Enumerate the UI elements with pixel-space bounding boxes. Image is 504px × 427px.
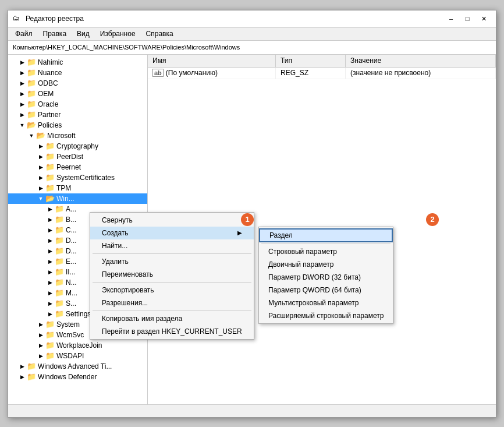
toggle-n[interactable]: ▶ <box>45 278 55 287</box>
toggle-wsdapi[interactable]: ▶ <box>36 351 45 361</box>
sub-item-dword[interactable]: Параметр DWORD (32 бита) <box>259 271 393 284</box>
toggle-m[interactable]: ▶ <box>45 288 55 298</box>
toggle-odbc[interactable]: ▶ <box>17 79 27 88</box>
folder-icon-m: 📁 <box>55 289 64 297</box>
toggle-ii[interactable]: ▶ <box>45 267 55 277</box>
folder-icon-policies: 📂 <box>27 121 36 129</box>
toggle-winadv[interactable]: ▶ <box>17 362 27 371</box>
data-header: Имя Тип Значение <box>148 55 496 68</box>
label-nahimic: Nahimic <box>38 58 63 66</box>
label-oracle: Oracle <box>38 100 58 108</box>
menu-edit[interactable]: Правка <box>38 29 72 39</box>
toggle-partner[interactable]: ▶ <box>17 110 27 119</box>
tree-item-workplacejoin[interactable]: ▶ 📁 WorkplaceJoin <box>8 340 147 351</box>
sub-item-section[interactable]: Раздел <box>259 228 393 242</box>
ctx-collapse[interactable]: Свернуть <box>90 214 254 227</box>
toggle-b[interactable]: ▶ <box>45 215 55 224</box>
ctx-create-label: Создать <box>102 229 129 237</box>
close-button[interactable]: ✕ <box>476 13 491 24</box>
ctx-copy-name[interactable]: Копировать имя раздела <box>90 312 254 325</box>
toggle-peerdist[interactable]: ▶ <box>36 152 45 161</box>
ctx-find[interactable]: Найти... <box>90 239 254 252</box>
menu-view[interactable]: Вид <box>72 29 94 39</box>
toggle-cryptography[interactable]: ▶ <box>36 142 45 151</box>
tree-item-windef[interactable]: ▶ 📁 Windows Defender <box>8 372 147 382</box>
toggle-nahimic[interactable]: ▶ <box>17 58 27 67</box>
sub-label-section: Раздел <box>269 231 293 239</box>
sub-item-string[interactable]: Строковый параметр <box>259 245 393 258</box>
maximize-button[interactable]: □ <box>460 13 475 24</box>
folder-icon-e: 📁 <box>55 257 64 266</box>
toggle-windows[interactable]: ▼ <box>36 194 45 203</box>
folder-icon-workplacejoin: 📁 <box>45 341 55 350</box>
toggle-wcmsvc[interactable]: ▶ <box>36 330 45 340</box>
app-icon: 🗂 <box>13 14 22 23</box>
toggle-oem[interactable]: ▶ <box>17 89 27 98</box>
tree-item-wsdapi[interactable]: ▶ 📁 WSDAPI <box>8 351 147 361</box>
data-row[interactable]: ab (По умолчанию) REG_SZ (значение не пр… <box>148 68 496 79</box>
toggle-d2[interactable]: ▶ <box>45 246 55 256</box>
toggle-oracle[interactable]: ▶ <box>17 100 27 109</box>
toggle-windef[interactable]: ▶ <box>17 372 27 382</box>
ctx-goto-hkcu[interactable]: Перейти в раздел HKEY_CURRENT_USER <box>90 325 254 338</box>
folder-icon-ii: 📁 <box>55 268 64 276</box>
toggle-a[interactable]: ▶ <box>45 204 55 214</box>
folder-icon-system: 📁 <box>45 320 55 329</box>
ctx-create[interactable]: Создать ▶ <box>90 227 254 239</box>
tree-item-windows[interactable]: ▼ 📂 Win... <box>8 193 147 204</box>
toggle-workplacejoin[interactable]: ▶ <box>36 341 45 350</box>
tree-item-oracle[interactable]: ▶ 📁 Oracle <box>8 99 147 110</box>
tree-item-nuance[interactable]: ▶ 📁 Nuance <box>8 68 147 78</box>
label-c: C... <box>66 226 77 234</box>
sub-item-expandstring[interactable]: Расширяемый строковый параметр <box>259 309 393 322</box>
toggle-settings[interactable]: ▶ <box>45 309 55 319</box>
context-menu: Свернуть Создать ▶ Найти... Удалить Пере… <box>90 212 254 340</box>
badge-2: 2 <box>426 213 439 226</box>
label-winadv: Windows Advanced Ti... <box>38 362 112 370</box>
folder-icon-windows: 📂 <box>45 195 55 203</box>
tree-item-peerdist[interactable]: ▶ 📁 PeerDist <box>8 151 147 162</box>
tree-item-oem[interactable]: ▶ 📁 OEM <box>8 89 147 99</box>
minimize-button[interactable]: – <box>443 13 459 24</box>
tree-item-systemcerts[interactable]: ▶ 📁 SystemCertificates <box>8 172 147 183</box>
ctx-permissions[interactable]: Разрешения... <box>90 297 254 309</box>
toggle-systemcerts[interactable]: ▶ <box>36 173 45 182</box>
toggle-nuance[interactable]: ▶ <box>17 68 27 77</box>
cell-type: REG_SZ <box>276 68 346 79</box>
menu-help[interactable]: Справка <box>141 29 178 39</box>
tree-item-tpm[interactable]: ▶ 📁 TPM <box>8 183 147 193</box>
ctx-delete[interactable]: Удалить <box>90 255 254 268</box>
toggle-microsoft[interactable]: ▼ <box>27 131 36 140</box>
toggle-system[interactable]: ▶ <box>36 320 45 329</box>
ctx-rename[interactable]: Переименовать <box>90 268 254 281</box>
toggle-e[interactable]: ▶ <box>45 257 55 266</box>
folder-icon-odbc: 📁 <box>27 79 36 87</box>
tree-item-peernet[interactable]: ▶ 📁 Peernet <box>8 162 147 172</box>
label-system: System <box>56 320 80 329</box>
sub-item-binary[interactable]: Двоичный параметр <box>259 258 393 271</box>
tree-item-policies[interactable]: ▼ 📂 Policies <box>8 120 147 130</box>
toggle-d1[interactable]: ▶ <box>45 236 55 245</box>
tree-item-winadv[interactable]: ▶ 📁 Windows Advanced Ti... <box>8 361 147 372</box>
label-m: M... <box>66 289 77 297</box>
tree-item-nahimic[interactable]: ▶ 📁 Nahimic <box>8 57 147 68</box>
toggle-peernet[interactable]: ▶ <box>36 163 45 172</box>
ctx-export[interactable]: Экспортировать <box>90 284 254 297</box>
toggle-c[interactable]: ▶ <box>45 225 55 235</box>
toggle-policies[interactable]: ▼ <box>17 121 27 130</box>
label-peerdist: PeerDist <box>56 153 83 161</box>
label-workplacejoin: WorkplaceJoin <box>56 341 102 350</box>
label-microsoft: Microsoft <box>47 132 76 140</box>
menu-file[interactable]: Файл <box>10 29 37 39</box>
toggle-tpm[interactable]: ▶ <box>36 183 45 193</box>
tree-item-microsoft[interactable]: ▼ 📂 Microsoft <box>8 130 147 141</box>
tree-item-cryptography[interactable]: ▶ 📁 Cryptography <box>8 141 147 151</box>
menu-favorites[interactable]: Избранное <box>95 29 140 39</box>
toggle-s[interactable]: ▶ <box>45 299 55 308</box>
label-nuance: Nuance <box>38 69 62 77</box>
sub-item-multistring[interactable]: Мультистроковый параметр <box>259 297 393 309</box>
sub-item-qword[interactable]: Параметр QWORD (64 бита) <box>259 284 393 297</box>
tree-item-odbc[interactable]: ▶ 📁 ODBC <box>8 78 147 89</box>
tree-item-partner[interactable]: ▶ 📁 Partner <box>8 110 147 120</box>
ctx-export-label: Экспортировать <box>102 286 154 294</box>
